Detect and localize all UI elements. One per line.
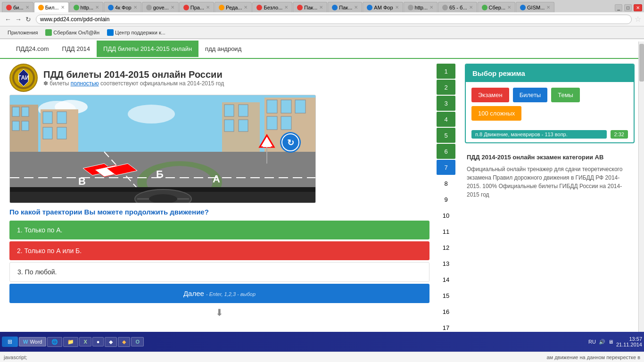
num-item[interactable]: 3	[437, 96, 455, 111]
num-item[interactable]: 14	[437, 272, 455, 287]
progress-bar-row: п.8 Движение, маневриров - 113 вопр. 2:3…	[466, 126, 634, 142]
speaker-icon[interactable]: 🔊	[599, 339, 605, 341]
svg-rect-27	[295, 100, 305, 113]
svg-text:↻: ↻	[287, 138, 294, 148]
back-button[interactable]: ←	[3, 15, 13, 24]
logo-svg: ГАИ	[10, 65, 37, 91]
address-input[interactable]	[36, 15, 632, 24]
num-item-active[interactable]: 7	[437, 160, 455, 175]
header-text: ПДД билеты 2014-2015 онлайн России ✽ бил…	[43, 69, 224, 87]
svg-rect-23	[239, 120, 248, 132]
tab-5[interactable]: gove... ✕	[142, 2, 179, 12]
taskbar-right: RU 🔊 🖥 13:57 21.11.2014	[588, 336, 642, 341]
tab-7[interactable]: Реда... ✕	[215, 2, 252, 12]
taskbar-app1[interactable]: ◆	[105, 337, 117, 341]
svg-rect-17	[43, 127, 52, 139]
num-item[interactable]: 15	[437, 288, 455, 303]
taskbar: ⊞ W Word 🌐 📁 X ● ◆ ◆ O RU 🔊 🖥 13:57 21.1…	[0, 332, 644, 341]
svg-point-8	[128, 105, 175, 123]
tab-8[interactable]: Безло... ✕	[252, 2, 292, 12]
tab-1[interactable]: би... ✕	[2, 2, 33, 12]
mode-buttons: Экзамен Билеты Темы 100 сложных	[466, 82, 634, 126]
tab-3[interactable]: http... ✕	[69, 2, 104, 12]
scrollbar[interactable]	[638, 41, 644, 332]
svg-rect-20	[224, 105, 234, 116]
tab-11[interactable]: АМ Фор ✕	[363, 2, 403, 12]
forward-button[interactable]: →	[13, 15, 24, 24]
svg-text:В: В	[78, 175, 86, 187]
address-bar-row: ← → ↻ ☆	[0, 12, 644, 26]
tickets-button[interactable]: Билеты	[513, 88, 547, 102]
svg-rect-21	[239, 105, 248, 116]
answer-option-2[interactable]: 2. Только по А или Б.	[9, 241, 429, 260]
bookmark-apps[interactable]: Приложения	[4, 29, 41, 36]
site-nav: ПДД24.com ПДД 2014 ПДД билеты 2014-2015 …	[0, 39, 644, 59]
taskbar-app2[interactable]: ◆	[118, 337, 130, 341]
close-browser[interactable]: ✕	[634, 4, 642, 11]
svg-rect-22	[224, 120, 234, 132]
subtitle-link[interactable]: полностью	[71, 80, 99, 87]
scroll-arrow: ⬇	[9, 307, 429, 318]
num-item[interactable]: 6	[437, 144, 455, 159]
tab-15[interactable]: GISM... ✕	[516, 2, 554, 12]
num-item[interactable]: 8	[437, 176, 455, 191]
logo: ГАИ	[9, 64, 38, 92]
taskbar-files[interactable]: 📁	[63, 337, 78, 341]
num-item[interactable]: 16	[437, 304, 455, 319]
svg-text:А: А	[213, 173, 220, 185]
next-button[interactable]: Далее - Enter, 1,2,3 - выбор	[9, 284, 429, 303]
scrollbar-thumb[interactable]	[639, 44, 644, 82]
network-icon[interactable]: 🖥	[608, 339, 613, 341]
nav-pdd24[interactable]: ПДД24.com	[9, 41, 56, 57]
num-item[interactable]: 4	[437, 112, 455, 127]
num-item[interactable]: 13	[437, 256, 455, 271]
bookmark-support[interactable]: Центр поддержки к...	[103, 28, 169, 37]
svg-rect-11	[22, 107, 29, 116]
taskbar-clock: 13:57 21.11.2014	[616, 336, 642, 341]
minimize-browser[interactable]: _	[615, 4, 622, 11]
num-item[interactable]: 5	[437, 128, 455, 143]
road-scene-svg: ↻ В Б А	[10, 95, 316, 203]
taskbar-word[interactable]: W Word	[19, 337, 46, 341]
svg-rect-25	[267, 100, 277, 113]
bookmarks-bar: Приложения Сбербанк ОнЛ@йн Центр поддерж…	[0, 26, 644, 39]
tab-2[interactable]: Бил... ✕	[34, 2, 69, 12]
answer-option-3[interactable]: 3. По любой.	[9, 262, 429, 282]
svg-rect-13	[22, 121, 29, 131]
nav-android[interactable]: пдд андроид	[198, 41, 248, 57]
maximize-browser[interactable]: □	[624, 4, 632, 11]
taskbar-outlook[interactable]: O	[131, 337, 144, 341]
tab-6[interactable]: Пра... ✕	[179, 2, 214, 12]
themes-button[interactable]: Темы	[551, 88, 580, 102]
refresh-button[interactable]: ↻	[24, 15, 33, 24]
tab-9[interactable]: Пак... ✕	[293, 2, 327, 12]
taskbar-chrome[interactable]: ●	[92, 337, 104, 341]
nav-tickets[interactable]: ПДД билеты 2014-2015 онлайн	[97, 41, 198, 57]
taskbar-explorer[interactable]: 🌐	[47, 337, 62, 341]
num-item[interactable]: 10	[437, 208, 455, 223]
mode-box: Выбор режима Экзамен Билеты Темы 100 сло…	[465, 64, 635, 143]
num-item[interactable]: 9	[437, 192, 455, 207]
tab-12[interactable]: http... ✕	[404, 2, 438, 12]
seo-title: ПДД 2014-2015 онлайн экзамен категории А…	[467, 153, 633, 162]
progress-label: п.8 Движение, маневриров - 113 вопр.	[471, 130, 607, 139]
svg-text:Б: Б	[156, 168, 164, 180]
tab-13[interactable]: 65 - б... ✕	[438, 2, 477, 12]
hundred-button[interactable]: 100 сложных	[471, 106, 521, 121]
tab-4[interactable]: 4к Фор ✕	[104, 2, 141, 12]
num-item[interactable]: 2	[437, 80, 455, 95]
tab-10[interactable]: Пак... ✕	[328, 2, 362, 12]
number-sidebar: 1 2 3 4 5 6 7 8 9 10 11 12 13 14 15 16 1…	[437, 64, 458, 336]
num-item[interactable]: 11	[437, 224, 455, 239]
taskbar-excel[interactable]: X	[79, 337, 91, 341]
nav-pdd2014[interactable]: ПДД 2014	[56, 41, 97, 57]
num-item-7-placeholder[interactable]: 1	[437, 64, 455, 79]
start-button[interactable]: ⊞	[2, 337, 18, 341]
bookmark-star[interactable]: ☆	[635, 15, 641, 24]
num-item[interactable]: 12	[437, 240, 455, 255]
exam-button[interactable]: Экзамен	[471, 88, 509, 102]
svg-rect-12	[12, 121, 19, 131]
tab-14[interactable]: Сбер... ✕	[478, 2, 516, 12]
answer-option-1[interactable]: 1. Только по А.	[9, 221, 429, 239]
bookmark-sber[interactable]: Сбербанк ОнЛ@йн	[41, 28, 103, 37]
